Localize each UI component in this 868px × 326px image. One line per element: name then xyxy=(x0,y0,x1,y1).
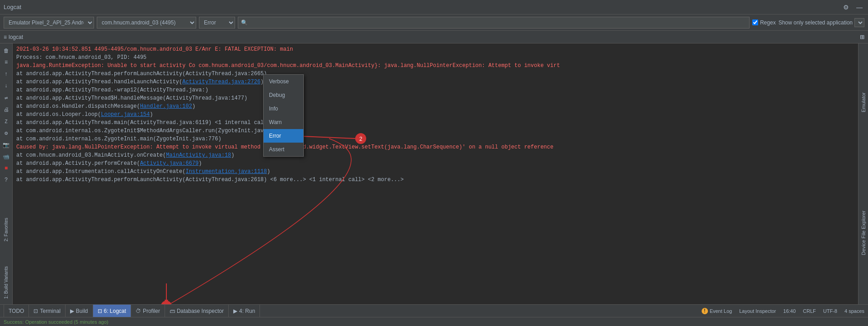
log-line: Caused by: java.lang.NullPointerExceptio… xyxy=(13,143,858,151)
link-handle-launch[interactable]: ActivityThread.java:2726 xyxy=(182,79,260,85)
annotation-circle-1-text: 1 xyxy=(165,303,168,304)
tab-build[interactable]: ▶ Build xyxy=(66,305,93,317)
log-content[interactable]: 2021-03-26 10:34:52.851 4495-4495/com.hn… xyxy=(13,43,858,304)
tab-terminal-icon: ⊡ xyxy=(33,308,38,314)
arrowhead-1 xyxy=(165,300,168,304)
tab-build-icon: ▶ xyxy=(70,308,74,314)
tab-run[interactable]: ▶ 4: Run xyxy=(229,305,260,317)
level-dropdown-menu[interactable]: Verbose Debug Info Warn Error Assert xyxy=(263,74,304,157)
emulator-select[interactable]: Emulator Pixel_2_API_25 Androic xyxy=(4,17,94,29)
tab-profiler-icon: ⏱ xyxy=(136,308,141,314)
sub-toolbar: ≡ logcat ⊞ xyxy=(0,31,868,43)
link-mainactivity[interactable]: MainActivity.java:18 xyxy=(166,152,231,158)
link-instrumentation[interactable]: Instrumentation.java:1118 xyxy=(185,168,267,175)
tab-logcat-label: 6: Logcat xyxy=(104,308,126,314)
hamburger-icon: ≡ xyxy=(4,34,7,40)
link-looper[interactable]: Looper.java:154 xyxy=(101,111,150,118)
dropdown-assert[interactable]: Assert xyxy=(264,143,303,156)
settings-icon[interactable]: ⚙ xyxy=(1,128,12,139)
soft-wrap-icon[interactable]: ≡ xyxy=(1,57,12,68)
warning-icon: ! xyxy=(702,308,708,314)
sub-toolbar-left: ≡ logcat xyxy=(4,34,23,40)
encoding-label: CRLF xyxy=(803,308,816,314)
event-log-label: Event Log xyxy=(710,308,732,314)
right-sidebar: Emulator Device File Explorer xyxy=(858,43,868,304)
success-message: Success: Operation succeeded (5 minutes … xyxy=(4,319,108,325)
event-log-button[interactable]: ! Event Log xyxy=(702,308,732,314)
package-select[interactable]: com.hnucm.android_03 (4495) xyxy=(97,17,196,29)
status-right: ! Event Log Layout Inspector 16:40 CRLF … xyxy=(702,308,864,314)
log-line: 2021-03-26 10:34:52.851 4495-4495/com.hn… xyxy=(13,45,858,53)
tab-todo-label: TODO xyxy=(9,308,24,314)
link-handler[interactable]: Handler.java:102 xyxy=(140,103,192,110)
emulator-tab[interactable]: Emulator xyxy=(860,89,867,116)
build-variants-label: 1: Build Variants xyxy=(4,266,9,299)
minimize-button[interactable]: — xyxy=(854,3,864,12)
dropdown-error[interactable]: Error xyxy=(264,129,303,143)
tab-logcat[interactable]: ⊡ 6: Logcat xyxy=(93,305,131,317)
tab-terminal[interactable]: ⊡ Terminal xyxy=(29,305,65,317)
tab-run-label: 4: Run xyxy=(239,308,255,314)
wrap-icon[interactable]: ⊞ xyxy=(860,33,864,42)
tab-logcat-icon: ⊡ xyxy=(98,308,102,314)
device-file-explorer-tab[interactable]: Device File Explorer xyxy=(860,207,867,259)
main-area: 🗑 ≡ ↑ ↓ ⇌ 🖨 Z ⚙ 📷 📹 ■ ? 2: Favorites 1: … xyxy=(0,43,868,304)
tab-terminal-label: Terminal xyxy=(40,308,60,314)
log-line: at android.app.ActivityThread.performLau… xyxy=(13,70,858,78)
search-input[interactable] xyxy=(238,17,750,29)
charset-label: UTF-8 xyxy=(823,308,837,314)
toolbar-right: Regex Show only selected application xyxy=(752,18,864,27)
log-line: at com.android.internal.os.ZygoteInit$Me… xyxy=(13,127,858,135)
regex-checkbox-label[interactable]: Regex xyxy=(752,19,776,26)
tab-db-icon: 🗃 xyxy=(170,308,175,314)
scroll-end-icon[interactable]: ⇌ xyxy=(1,92,12,103)
link-activity[interactable]: Activity.java:6679 xyxy=(140,160,199,167)
log-line: at com.android.internal.os.ZygoteInit.ma… xyxy=(13,135,858,143)
time-label: 16:40 xyxy=(783,308,796,314)
print-icon[interactable]: 🖨 xyxy=(1,104,12,115)
dropdown-warn[interactable]: Warn xyxy=(264,115,303,129)
tab-build-label: Build xyxy=(76,308,88,314)
show-selected-label[interactable]: Show only selected application xyxy=(778,18,864,27)
dropdown-verbose[interactable]: Verbose xyxy=(264,75,303,88)
log-line: at android.app.ActivityThread.main(Activ… xyxy=(13,119,858,127)
log-line: at android.app.ActivityThread.handleLaun… xyxy=(13,78,858,86)
log-line: at android.app.Activity.performCreate(Ac… xyxy=(13,159,858,168)
clear-logcat-icon[interactable]: 🗑 xyxy=(1,45,12,56)
indent-label: 4 spaces xyxy=(844,308,864,314)
tab-profiler[interactable]: ⏱ Profiler xyxy=(131,305,165,317)
scroll-down-icon[interactable]: ↓ xyxy=(1,81,12,91)
scroll-up-icon[interactable]: ↑ xyxy=(1,69,12,80)
tab-database-inspector[interactable]: 🗃 Database Inspector xyxy=(165,305,229,317)
show-selected-dropdown[interactable] xyxy=(854,18,864,27)
layout-inspector-label[interactable]: Layout Inspector xyxy=(739,308,776,314)
tab-profiler-label: Profiler xyxy=(143,308,160,314)
log-line: at android.os.Looper.loop(Looper.java:15… xyxy=(13,110,858,119)
favorites-label: 2: Favorites xyxy=(4,218,9,241)
settings-button[interactable]: ⚙ xyxy=(841,3,851,12)
log-line: at android.app.ActivityThread.performLau… xyxy=(13,176,858,184)
log-line: at android.os.Handler.dispatchMessage(Ha… xyxy=(13,102,858,110)
help-icon[interactable]: ? xyxy=(1,175,12,186)
log-line: at android.app.ActivityThread.-wrap12(Ac… xyxy=(13,86,858,94)
dropdown-debug[interactable]: Debug xyxy=(264,88,303,102)
dropdown-info[interactable]: Info xyxy=(264,102,303,115)
toolbar: Emulator Pixel_2_API_25 Androic com.hnuc… xyxy=(0,14,868,31)
log-line: at android.app.Instrumentation.callActiv… xyxy=(13,168,858,176)
tab-db-label: Database Inspector xyxy=(177,308,224,314)
top-bar-actions: ⚙ — xyxy=(841,3,864,12)
video-icon[interactable]: 📹 xyxy=(1,151,12,162)
annotation-circle-1 xyxy=(161,301,172,304)
level-select[interactable]: Error xyxy=(199,17,235,29)
show-selected-text: Show only selected application xyxy=(778,19,853,26)
stop-icon[interactable]: ■ xyxy=(1,163,12,174)
log-line: Process: com.hnucm.android_03, PID: 4495 xyxy=(13,53,858,62)
camera-icon[interactable]: 📷 xyxy=(1,139,12,150)
tab-todo[interactable]: TODO xyxy=(4,305,29,317)
tab-run-icon: ▶ xyxy=(233,308,237,314)
log-line: at android.app.ActivityThread$H.handleMe… xyxy=(13,94,858,102)
top-bar: Logcat ⚙ — xyxy=(0,0,868,14)
z-structure-icon[interactable]: Z xyxy=(1,116,12,127)
regex-checkbox[interactable] xyxy=(752,19,758,25)
left-sidebar: 🗑 ≡ ↑ ↓ ⇌ 🖨 Z ⚙ 📷 📹 ■ ? 2: Favorites 1: … xyxy=(0,43,13,304)
